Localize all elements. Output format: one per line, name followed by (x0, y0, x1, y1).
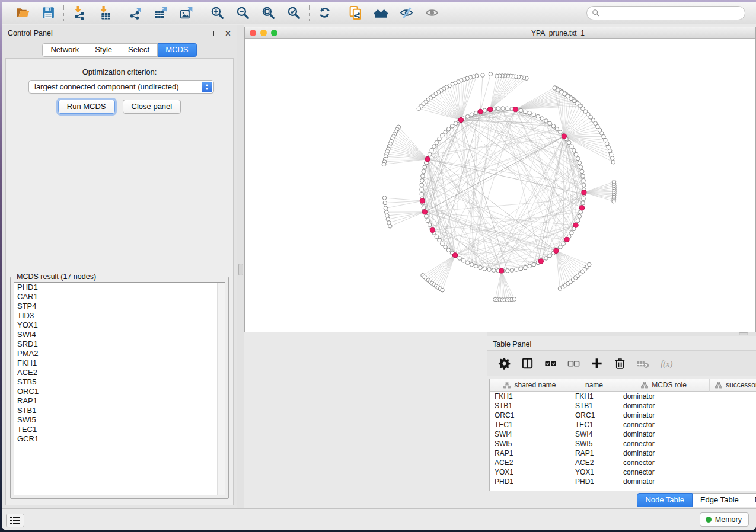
memory-label: Memory (715, 515, 742, 524)
table-row[interactable]: TEC1TEC1connector472 (490, 420, 756, 430)
table-row[interactable]: ORC1ORC1dominator610 (490, 411, 756, 420)
cell-name: STB1 (570, 401, 618, 411)
add-column-icon[interactable] (588, 354, 605, 372)
main-toolbar (2, 2, 756, 24)
mcds-node-item[interactable]: FKH1 (14, 358, 225, 368)
status-bar: Memory (2, 508, 756, 530)
column-header-name[interactable]: name (570, 379, 618, 392)
first-neighbors-icon[interactable] (373, 5, 389, 21)
close-panel-button[interactable]: Close panel (123, 100, 181, 114)
show-all-icon[interactable] (424, 5, 440, 21)
network-title: YPA_prune.txt_1 (531, 29, 585, 37)
select-all-icon[interactable] (541, 354, 559, 372)
mcds-node-item[interactable]: TID3 (14, 311, 225, 321)
task-history-button[interactable] (6, 514, 24, 527)
cell-name: ORC1 (570, 411, 618, 420)
export-network-icon[interactable] (127, 5, 143, 21)
splitter-grip[interactable] (238, 264, 243, 275)
tab-select[interactable]: Select (120, 43, 158, 57)
tab-edge-table[interactable]: Edge Table (693, 493, 747, 507)
mcds-panel: Optimization criterion: largest connecte… (5, 58, 234, 505)
mcds-result-list[interactable]: PHD1CAR1STP4TID3YOX1SWI4SRD1PMA2FKH1ACE2… (14, 282, 225, 495)
node-table[interactable]: shared namenameMCDS rolesuccessor nodesp… (489, 379, 756, 491)
optimization-select[interactable]: largest connected component (undirected) (28, 80, 214, 94)
cell-MCDS-role: connector (618, 458, 710, 467)
network-view-window: YPA_prune.txt_1 (244, 27, 756, 332)
search-box[interactable] (586, 6, 745, 20)
close-window-icon[interactable] (250, 30, 256, 36)
table-row[interactable]: SWI4SWI4dominator462 (490, 430, 756, 439)
mcds-node-item[interactable]: TEC1 (14, 425, 225, 434)
vertical-splitter[interactable] (237, 25, 244, 508)
memory-button[interactable]: Memory (700, 512, 749, 527)
table-row[interactable]: YOX1YOX1connector291 (490, 467, 756, 477)
table-row[interactable]: ACE2ACE2connector311 (490, 458, 756, 467)
export-table-icon[interactable] (153, 5, 169, 21)
maximize-window-icon[interactable] (271, 30, 277, 36)
mcds-node-item[interactable]: GCR1 (14, 434, 225, 444)
zoom-out-icon[interactable] (235, 5, 251, 21)
mcds-node-item[interactable]: SRD1 (14, 339, 225, 349)
mcds-node-item[interactable]: CAR1 (14, 292, 225, 302)
tab-network-table[interactable]: Network Table (747, 493, 756, 507)
mcds-node-item[interactable]: SWI4 (14, 330, 225, 339)
mcds-node-item[interactable]: YOX1 (14, 321, 225, 330)
column-header-MCDS-role[interactable]: MCDS role (618, 379, 710, 392)
hide-selected-icon[interactable] (398, 5, 414, 21)
mcds-node-item[interactable]: ACE2 (14, 368, 225, 377)
mcds-node-item[interactable]: SWI5 (14, 415, 225, 425)
mcds-node-item[interactable]: STB5 (14, 377, 225, 387)
tab-node-table[interactable]: Node Table (637, 493, 693, 507)
mcds-node-item[interactable]: RAP1 (14, 396, 225, 406)
mcds-node-item[interactable]: PMA2 (14, 349, 225, 358)
zoom-fit-icon[interactable] (260, 5, 276, 21)
list-scrollbar[interactable] (217, 283, 225, 495)
new-network-from-selection-icon[interactable] (347, 5, 363, 21)
cell-successor-nodes: 43 (710, 439, 756, 448)
tab-style[interactable]: Style (87, 43, 120, 57)
select-stepper-icon (202, 82, 212, 92)
cell-MCDS-role: dominator (618, 430, 710, 439)
column-header-successor-nodes[interactable]: successor nodes (710, 379, 756, 392)
column-header-shared-name[interactable]: shared name (490, 379, 570, 392)
control-panel-header: Control Panel ✕ (2, 26, 237, 40)
table-row[interactable]: PHD1PHD1dominator180 (490, 477, 756, 486)
mcds-node-item[interactable]: ORC1 (14, 387, 225, 396)
cell-MCDS-role: dominator (618, 401, 710, 411)
deselect-all-icon[interactable] (564, 354, 582, 372)
mcds-node-item[interactable]: PHD1 (14, 283, 225, 292)
minimize-window-icon[interactable] (260, 30, 267, 36)
splitter-grip[interactable] (739, 332, 748, 335)
import-table-icon[interactable] (97, 5, 113, 21)
cell-shared-name: ORC1 (490, 411, 570, 420)
open-file-icon[interactable] (15, 5, 31, 21)
table-row[interactable]: SWI5SWI5connector431 (490, 439, 756, 448)
cell-MCDS-role: dominator (618, 448, 710, 458)
network-graph-canvas[interactable] (245, 39, 755, 332)
save-session-icon[interactable] (40, 5, 56, 21)
mcds-node-item[interactable]: STP4 (14, 302, 225, 311)
svg-text:f(x): f(x) (660, 358, 672, 368)
delete-column-icon[interactable] (611, 354, 629, 372)
cell-name: FKH1 (570, 392, 618, 401)
apply-layout-icon[interactable] (317, 5, 333, 21)
mcds-node-item[interactable]: STB1 (14, 406, 225, 415)
cell-successor-nodes: 31 (710, 458, 756, 467)
table-row[interactable]: STB1STB1dominator620 (490, 401, 756, 411)
cell-MCDS-role: dominator (618, 411, 710, 420)
float-panel-icon[interactable] (213, 31, 219, 36)
tab-network[interactable]: Network (42, 43, 87, 57)
zoom-selected-icon[interactable] (286, 5, 302, 21)
tab-mcds[interactable]: MCDS (158, 43, 196, 57)
table-row[interactable]: RAP1RAP1dominator352 (490, 448, 756, 458)
table-settings-icon[interactable] (495, 354, 513, 372)
close-panel-icon[interactable]: ✕ (225, 30, 231, 37)
import-network-icon[interactable] (71, 5, 87, 21)
run-mcds-button[interactable]: Run MCDS (58, 100, 115, 114)
table-row[interactable]: FKH1FKH1dominator962 (490, 392, 756, 401)
search-input[interactable] (601, 7, 745, 19)
export-image-icon[interactable] (178, 5, 194, 21)
column-chooser-icon[interactable] (518, 354, 536, 372)
cell-shared-name: SWI5 (490, 439, 570, 448)
zoom-in-icon[interactable] (209, 5, 225, 21)
